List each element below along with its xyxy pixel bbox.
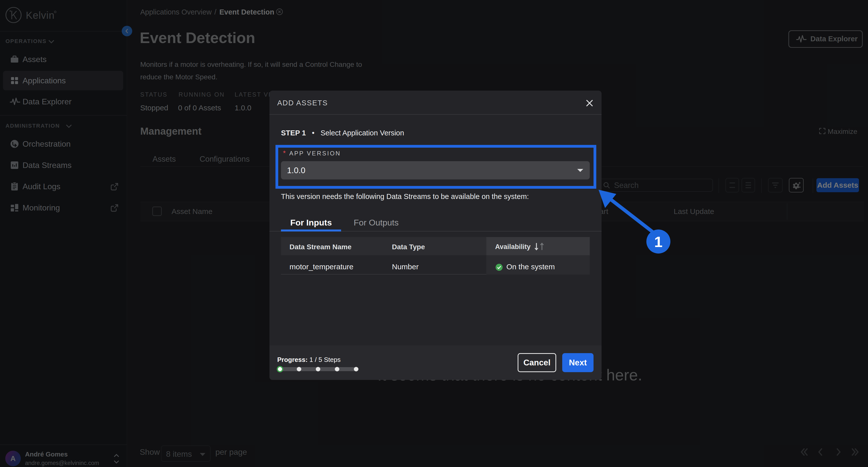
svg-text:1: 1 <box>654 234 662 250</box>
